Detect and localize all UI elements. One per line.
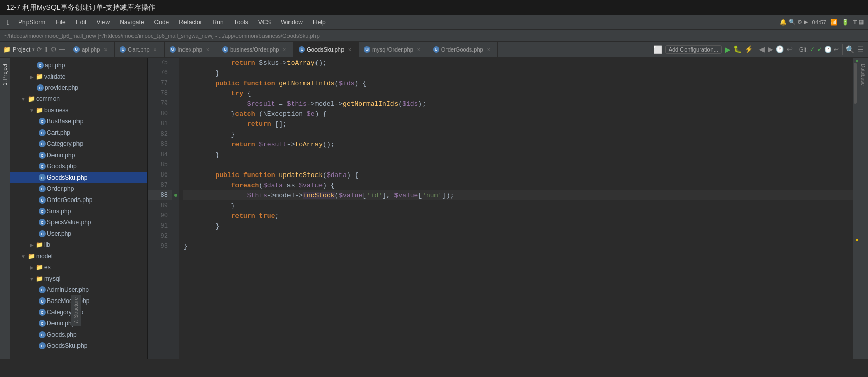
menu-view[interactable]: View: [92, 18, 114, 27]
tab-goodssku-close[interactable]: ×: [346, 46, 353, 53]
tree-item-model[interactable]: ▼ 📁 model: [10, 250, 147, 262]
code-line-76: }: [183, 68, 853, 78]
gear-icon[interactable]: ⚙: [51, 46, 57, 53]
back-btn[interactable]: ◀: [759, 45, 765, 53]
preview-icon[interactable]: ⬜: [653, 45, 662, 54]
side-tab-database[interactable]: Database: [859, 60, 867, 90]
gutter-83: [172, 139, 179, 149]
tree-item-sms[interactable]: C Sms.php: [10, 206, 147, 217]
tree-item-goods[interactable]: C Goods.php: [10, 161, 147, 172]
tree-item-validate[interactable]: ▶ 📁 validate: [10, 71, 147, 82]
code-lines[interactable]: return $skus -> toArray (); } public: [179, 58, 853, 359]
tree-item-user[interactable]: C User.php: [10, 228, 147, 239]
menu-file[interactable]: File: [51, 18, 69, 27]
menu-navigate[interactable]: Navigate: [116, 18, 148, 27]
tab-index-close[interactable]: ×: [204, 46, 212, 53]
tree-item-provider[interactable]: C provider.php: [10, 82, 147, 93]
tab-business-order[interactable]: C business/Order.php ×: [217, 42, 294, 57]
tree-item-demo[interactable]: C Demo.php: [10, 149, 147, 161]
git-check1[interactable]: ✓: [810, 46, 815, 53]
tab-api-close[interactable]: ×: [102, 46, 109, 53]
tab-goodssku-icon: C: [299, 46, 305, 53]
tree-item-es[interactable]: ▶ 📁 es: [10, 262, 147, 273]
settings-icon[interactable]: ☰: [857, 45, 864, 54]
tree-item-ordergoods[interactable]: C OrderGoods.php: [10, 194, 147, 206]
debug-btn[interactable]: 🐛: [733, 45, 742, 53]
tree-item-mysql-goodssku[interactable]: C GoodsSku.php: [10, 340, 147, 351]
tree-item-cart[interactable]: C Cart.php: [10, 127, 147, 138]
tree-item-basemodel[interactable]: C BaseModel.php: [10, 295, 147, 307]
tree-item-specsvalue[interactable]: C SpecsValue.php: [10, 217, 147, 228]
tree-item-goodssku[interactable]: C GoodsSku.php: [10, 172, 147, 183]
tree-item-mysql-category[interactable]: C Category.php: [10, 307, 147, 318]
expand-validate-icon[interactable]: ▶: [29, 74, 35, 80]
tree-item-common[interactable]: ▼ 📁 common: [10, 93, 147, 105]
expand-business-icon[interactable]: ▼: [29, 108, 35, 113]
tree-item-business[interactable]: ▼ 📁 business: [10, 105, 147, 116]
tree-item-order[interactable]: C Order.php: [10, 183, 147, 194]
scrollbar-track[interactable]: [853, 58, 858, 359]
menu-window[interactable]: Window: [277, 18, 307, 27]
gutter-79: [172, 98, 179, 109]
menu-edit[interactable]: Edit: [72, 18, 91, 27]
tree-item-mysql-demo[interactable]: C Demo.php: [10, 318, 147, 329]
file-icon-goods: C: [39, 163, 46, 170]
tab-cart-close[interactable]: ×: [152, 46, 159, 53]
history-btn[interactable]: 🕐: [776, 45, 784, 53]
expand-mysql-icon[interactable]: ▼: [29, 276, 35, 282]
run-btn[interactable]: ▶: [725, 45, 730, 54]
menu-refactor[interactable]: Refactor: [175, 18, 206, 27]
expand-es-icon[interactable]: ▶: [29, 265, 35, 270]
search-everywhere-icon[interactable]: 🔍: [846, 45, 854, 54]
expand-model-icon[interactable]: ▼: [20, 254, 27, 259]
add-config-btn[interactable]: Add Configuration...: [665, 45, 722, 54]
tree-item-busbase[interactable]: C BusBase.php: [10, 116, 147, 127]
tree-item-mysql[interactable]: ▼ 📁 mysql: [10, 273, 147, 284]
git-clock[interactable]: 🕐: [824, 46, 832, 53]
apple-logo-icon[interactable]: : [4, 18, 12, 27]
menu-vcs[interactable]: VCS: [254, 18, 275, 27]
tab-ordergoods-close[interactable]: ×: [485, 46, 492, 53]
menu-help[interactable]: Help: [309, 18, 330, 27]
expand-common-icon[interactable]: ▼: [20, 96, 27, 102]
tab-api-icon: C: [73, 46, 80, 53]
tab-mysql-order[interactable]: C mysql/Order.php ×: [359, 42, 428, 57]
tab-cart[interactable]: C Cart.php ×: [115, 42, 164, 57]
minimize-icon[interactable]: —: [59, 46, 65, 53]
forward-btn[interactable]: ▶: [768, 45, 773, 53]
menu-tools[interactable]: Tools: [230, 18, 252, 27]
expand-lib-icon[interactable]: ▶: [29, 242, 35, 248]
revert-btn[interactable]: ↩: [787, 45, 793, 53]
project-icon[interactable]: 📁: [3, 46, 11, 53]
menu-run[interactable]: Run: [208, 18, 228, 27]
collapse-icon[interactable]: ⬆: [44, 46, 49, 53]
tab-goodssku[interactable]: C GoodsSku.php ×: [294, 42, 359, 57]
chevron-down-icon[interactable]: ▾: [32, 47, 35, 52]
git-revert[interactable]: ↩: [834, 46, 839, 53]
git-check2[interactable]: ✓: [817, 46, 822, 53]
menu-code[interactable]: Code: [150, 18, 173, 27]
scrollbar-thumb[interactable]: [854, 63, 857, 104]
tab-business-order-close[interactable]: ×: [281, 46, 288, 53]
sync-icon[interactable]: ⟳: [37, 46, 42, 53]
tree-item-adminuser[interactable]: C AdminUser.php: [10, 284, 147, 295]
tree-item-api[interactable]: C api.php: [10, 60, 147, 71]
change-indicator-2: [856, 239, 858, 241]
tab-api[interactable]: C api.php ×: [68, 42, 115, 57]
tree-item-category[interactable]: C Category.php: [10, 138, 147, 149]
tree-label-goodssku: GoodsSku.php: [47, 174, 87, 181]
file-icon-order: C: [39, 185, 46, 192]
tab-index[interactable]: C Index.php ×: [165, 42, 217, 57]
folder-es-icon: 📁: [36, 264, 43, 271]
tab-ordergoods[interactable]: C OrderGoods.php ×: [428, 42, 498, 57]
menu-phpstorm[interactable]: PhpStorm: [14, 18, 49, 27]
tree-item-lib[interactable]: ▶ 📁 lib: [10, 239, 147, 250]
toolbar-sep3: [796, 44, 796, 55]
side-tab-project[interactable]: 1: Project: [1, 60, 9, 89]
tree-label-basemodel: BaseModel.php: [47, 297, 89, 305]
tree-item-mysql-goods[interactable]: C Goods.php: [10, 329, 147, 340]
tab-mysql-order-close[interactable]: ×: [415, 46, 423, 53]
coverage-btn[interactable]: ⚡: [745, 45, 753, 53]
ln-84: 84: [148, 149, 172, 160]
file-icon-sms: C: [39, 208, 46, 215]
